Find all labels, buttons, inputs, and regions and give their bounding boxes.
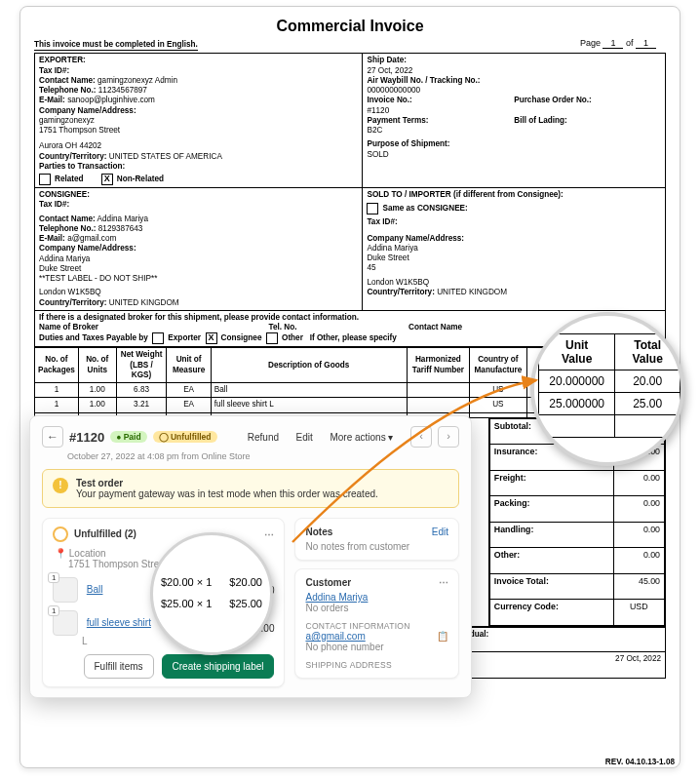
checkbox-exporter[interactable]: [152, 332, 164, 344]
consignee-header: CONSIGNEE:: [39, 190, 358, 200]
notes-edit-link[interactable]: Edit: [432, 526, 448, 537]
fulfill-items-button[interactable]: Fulfill items: [84, 654, 154, 679]
zoom-line-prices: $20.00 × 1$20.00 $25.00 × 1$25.00: [150, 532, 273, 655]
refund-link[interactable]: Refund: [248, 432, 279, 443]
order-meta: October 27, 2022 at 4:08 pm from Online …: [67, 451, 459, 461]
product-thumb: [53, 577, 78, 603]
product-link[interactable]: full sleeve shirt: [87, 617, 151, 628]
next-button[interactable]: ›: [438, 426, 459, 448]
create-shipping-label-button[interactable]: Create shipping label: [162, 654, 275, 679]
status-badge-paid: ● Paid: [110, 431, 146, 443]
more-actions-menu[interactable]: More actions ▾: [330, 432, 393, 443]
product-thumb: [53, 610, 78, 636]
checkbox-consignee[interactable]: [206, 332, 217, 344]
prev-button[interactable]: ‹: [410, 426, 432, 448]
test-order-banner: ! Test orderYour payment gateway was in …: [42, 469, 459, 508]
soldto-header: SOLD TO / IMPORTER (if different from Co…: [367, 190, 661, 200]
customer-card: Customer⋯ Addina Mariya No orders CONTAC…: [294, 568, 459, 679]
location-icon: 📍: [55, 548, 66, 559]
status-badge-unfulfilled: ◯ Unfulfilled: [153, 431, 217, 443]
checkbox-same-consignee[interactable]: [367, 203, 378, 214]
checkbox-related[interactable]: [39, 174, 51, 185]
card-menu-icon[interactable]: ⋯: [439, 577, 448, 588]
checkbox-other[interactable]: [266, 332, 278, 344]
unfulfilled-icon: [53, 526, 68, 542]
back-button[interactable]: ←: [42, 426, 63, 448]
exporter-header: EXPORTER:: [39, 56, 358, 65]
copy-icon[interactable]: 📋: [437, 631, 448, 642]
card-menu-icon[interactable]: ⋯: [264, 529, 274, 540]
english-notice: This invoice must be completed in Englis…: [34, 40, 198, 51]
revision-label: REV. 04.10.13-1.08: [605, 758, 675, 766]
customer-link[interactable]: Addina Mariya: [305, 592, 448, 603]
warning-icon: !: [53, 478, 68, 493]
edit-link[interactable]: Edit: [296, 432, 313, 443]
product-link[interactable]: Ball: [87, 584, 103, 595]
page-number: Page 1 of 1: [580, 38, 656, 49]
customer-email-link[interactable]: a@gmail.com: [305, 631, 365, 642]
order-number: #1120: [69, 430, 104, 445]
zoom-unit-value: Unit ValueTotal Value 20.00000020.00 25.…: [530, 312, 684, 466]
checkbox-non-related[interactable]: [101, 174, 113, 185]
notes-card: Notes Edit No notes from customer: [294, 518, 459, 561]
page-title: Commercial Invoice: [34, 17, 666, 36]
